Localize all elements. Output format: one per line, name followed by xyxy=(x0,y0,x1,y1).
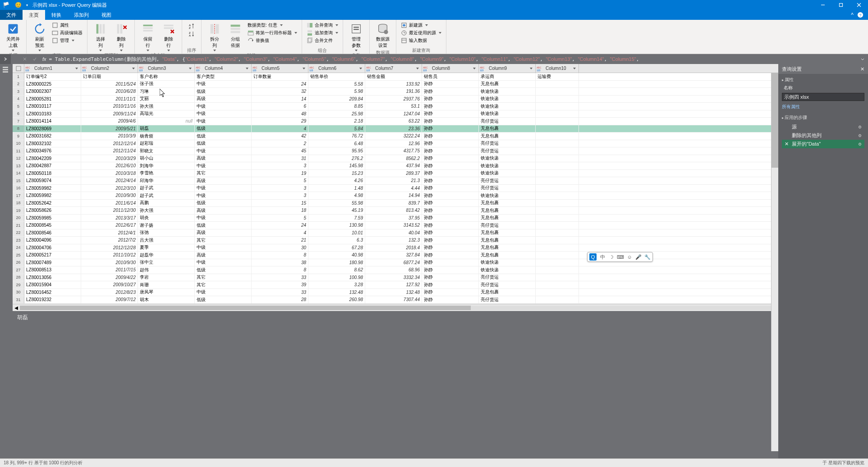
cell[interactable]: 39 xyxy=(252,281,308,288)
cell[interactable]: 29 xyxy=(252,118,308,125)
cell[interactable]: 7307.44 xyxy=(365,296,422,303)
scroll-left-icon[interactable]: ◂ xyxy=(13,304,20,311)
row-header[interactable]: 9 xyxy=(13,133,24,140)
row-header[interactable]: 15 xyxy=(13,177,24,184)
cell[interactable]: 订单编号2 xyxy=(24,73,81,80)
cell[interactable]: 2010/9/30 xyxy=(81,259,138,266)
cell[interactable]: 30 xyxy=(252,244,308,252)
table-row[interactable]: 11LZ800349762012/11/24郭晓文中级4595.954317.7… xyxy=(13,147,778,155)
cell[interactable]: 无息包裹 xyxy=(479,244,536,252)
cell[interactable] xyxy=(536,147,579,155)
cell[interactable]: 8562.2 xyxy=(365,155,422,162)
qat-dropdown[interactable]: ▾ xyxy=(26,3,28,7)
filter-dropdown-icon[interactable] xyxy=(358,65,364,72)
row-header[interactable]: 2 xyxy=(13,81,24,88)
cell[interactable]: 谢子扬 xyxy=(138,222,195,229)
cell[interactable]: 2011/11/1 xyxy=(81,96,138,103)
cell[interactable]: 95.95 xyxy=(308,147,365,155)
cell[interactable]: 6.3 xyxy=(308,237,365,244)
cell[interactable]: 14.94 xyxy=(365,192,422,199)
cell[interactable]: 2012/8/23 xyxy=(81,289,138,296)
cell[interactable]: 260.98 xyxy=(308,296,365,303)
table-row[interactable]: 15LZ800590742012/4/14邱海华高级54.2621.3孙静亮仔货… xyxy=(13,177,778,185)
cell[interactable]: 亮仔货运 xyxy=(479,222,536,229)
row-header[interactable]: 24 xyxy=(13,244,24,252)
filter-dropdown-icon[interactable] xyxy=(130,65,137,72)
filter-dropdown-icon[interactable] xyxy=(301,65,307,72)
table-row[interactable]: 10LZ800321022012/12/14赵彩瑞低级26.4812.96孙静亮… xyxy=(13,140,778,148)
datatype-icon[interactable]: ABC123 xyxy=(196,65,204,72)
table-row[interactable]: 6LZ800101832009/11/24高瑞光中级4825.981247.04… xyxy=(13,110,778,118)
cell[interactable] xyxy=(536,237,579,244)
cell[interactable]: 孙静 xyxy=(422,200,479,207)
cell[interactable]: 铁途快递 xyxy=(479,155,536,162)
cell[interactable]: 55.98 xyxy=(308,200,365,207)
cell[interactable]: 1.48 xyxy=(308,185,365,192)
cell[interactable]: 孙静 xyxy=(422,162,479,169)
cell[interactable]: 2.18 xyxy=(308,118,365,125)
cell[interactable] xyxy=(536,133,579,140)
cell[interactable]: 132.3 xyxy=(365,237,422,244)
help-icon[interactable]: ? xyxy=(857,12,863,18)
cell[interactable]: 铁途快递 xyxy=(479,103,536,110)
row-header[interactable]: 22 xyxy=(13,229,24,237)
cell[interactable]: 24 xyxy=(252,222,308,229)
new-source-button[interactable]: 新建源 xyxy=(399,22,443,29)
row-header[interactable]: 27 xyxy=(13,266,24,274)
cell[interactable]: 28 xyxy=(252,296,308,303)
cell[interactable]: 其它 xyxy=(195,237,252,244)
cell[interactable] xyxy=(536,289,579,296)
column-header-Column1[interactable]: ABC123Column1 xyxy=(24,64,81,73)
column-header-Column9[interactable]: ABC123Column9 xyxy=(479,64,536,73)
cell[interactable]: 肖珊 xyxy=(138,281,195,288)
cell[interactable]: 铁途快递 xyxy=(479,88,536,95)
cell[interactable]: 2010/3/18 xyxy=(81,170,138,177)
cell[interactable]: 4 xyxy=(252,229,308,237)
cell[interactable] xyxy=(536,215,579,222)
cell[interactable]: 15.23 xyxy=(308,170,365,177)
table-row[interactable]: 13LZ800428872012/6/10刘海华中级3145.98437.94孙… xyxy=(13,162,778,170)
cell[interactable]: 6877.24 xyxy=(365,259,422,266)
row-header[interactable]: 3 xyxy=(13,88,24,95)
cell[interactable] xyxy=(536,252,579,259)
cell[interactable]: LZ80007489 xyxy=(24,259,81,266)
cell[interactable]: 4.44 xyxy=(365,185,422,192)
table-row[interactable]: 12LZ800422092010/3/29胡小山高级31276.28562.2孙… xyxy=(13,155,778,163)
table-row[interactable]: 30LZ800164522012/8/23唐凤琴中级33132.48132.48… xyxy=(13,289,778,297)
cell[interactable]: 其它 xyxy=(195,170,252,177)
cell[interactable]: LZ80000225 xyxy=(24,81,81,88)
table-row[interactable]: 20LZ800599852013/3/17胡炎中级57.5937.95孙静无息包… xyxy=(13,215,778,222)
replace-values-button[interactable]: 替换值 xyxy=(246,37,299,44)
cell[interactable]: 高级 xyxy=(195,229,252,237)
cell[interactable] xyxy=(536,185,579,192)
cell[interactable]: LZ80059074 xyxy=(24,177,81,184)
datatype-button[interactable]: 数据类型: 任意 xyxy=(246,22,299,29)
cell[interactable]: 中级 xyxy=(195,147,252,155)
cell[interactable]: 132.48 xyxy=(308,289,365,296)
cell[interactable]: 孙静 xyxy=(422,147,479,155)
cell[interactable]: 4.26 xyxy=(308,177,365,184)
column-header-Column7[interactable]: ABC123Column7 xyxy=(365,64,422,73)
cell[interactable]: 孙静 xyxy=(422,88,479,95)
cell[interactable]: 3143.52 xyxy=(365,222,422,229)
row-header[interactable]: 11 xyxy=(13,147,24,155)
row-header[interactable]: 23 xyxy=(13,237,24,244)
cell[interactable]: 胡小山 xyxy=(138,155,195,162)
cell[interactable]: 31 xyxy=(252,155,308,162)
cell[interactable]: 赵子武 xyxy=(138,192,195,199)
cell[interactable]: 张弛 xyxy=(138,229,195,237)
cell[interactable]: 承运商 xyxy=(479,73,536,80)
cell[interactable]: 孙静 xyxy=(422,266,479,274)
cell[interactable]: 无息包裹 xyxy=(479,237,536,244)
choose-columns-button[interactable]: 选择 列 xyxy=(90,22,111,52)
datatype-icon[interactable]: ABC123 xyxy=(139,65,147,72)
cell[interactable]: 2009/4/6 xyxy=(81,118,138,125)
ribbon-collapse-icon[interactable]: ^ xyxy=(851,12,854,18)
cell[interactable]: 孙静 xyxy=(422,192,479,199)
cell[interactable]: 2012/11/24 xyxy=(81,147,138,155)
cell[interactable] xyxy=(536,118,579,125)
vertical-scrollbar[interactable] xyxy=(771,73,778,451)
applied-step[interactable]: 删除的其他列⚙ xyxy=(782,131,864,140)
cell[interactable]: 孙静 xyxy=(422,125,479,133)
first-row-header-button[interactable]: 将第一行用作标题 xyxy=(246,29,299,37)
